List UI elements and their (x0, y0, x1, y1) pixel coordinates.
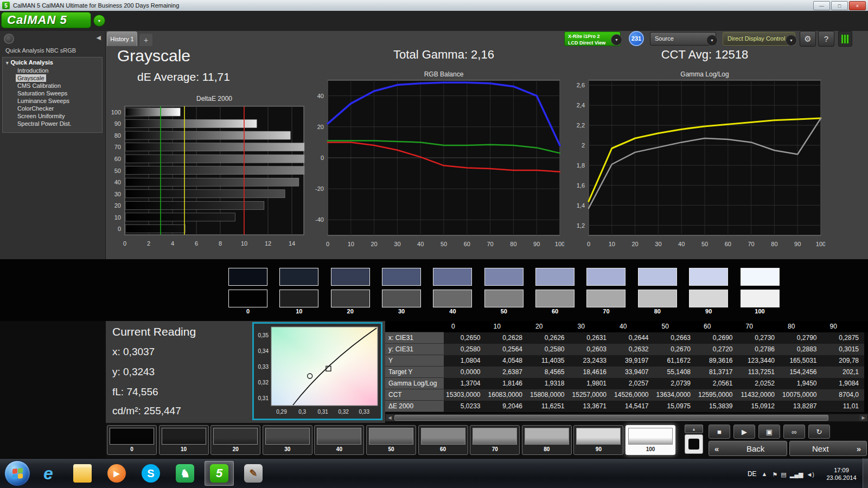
pattern-grid-icon (841, 35, 849, 43)
actual-swatch-90 (689, 268, 728, 286)
actual-swatch-30 (382, 268, 421, 286)
close-button[interactable]: × (849, 1, 866, 10)
scroll-left-button[interactable]: ◀ (386, 414, 394, 421)
play-button[interactable]: ▶ (733, 425, 755, 439)
table-cell: 0,2875 (822, 332, 865, 344)
table-cell: 0,0000 (444, 367, 486, 378)
table-cell: 0,2632 (612, 344, 654, 355)
clock-date: 23.06.2014 (822, 474, 860, 481)
refresh-button[interactable]: ↻ (808, 425, 830, 439)
table-cell: 15303,0000 (444, 389, 486, 401)
show-desktop-button[interactable] (863, 458, 868, 488)
svg-text:50: 50 (114, 168, 121, 174)
cie-chart-thumbnail[interactable]: 0,290,30,310,320,330,350,340,330,320,31 (252, 322, 382, 420)
sidebar-item-grayscale[interactable]: Grayscale (16, 74, 46, 82)
stop-button[interactable]: ■ (709, 425, 730, 439)
step-swatch-60 (421, 428, 465, 445)
tree-root-quick-analysis[interactable]: ▾Quick Analysis (3, 57, 102, 67)
settings-gear-button[interactable]: ⚙ (800, 31, 816, 47)
taskbar-media-player[interactable]: ▶ (102, 461, 131, 486)
add-tab-button[interactable]: + (139, 34, 152, 46)
display-control-dropdown[interactable]: Direct Display Control ▼ (723, 32, 795, 46)
pattern-step-0[interactable]: 0 (107, 425, 157, 455)
svg-text:40: 40 (317, 93, 324, 99)
tray-expand-button[interactable]: ▲ (762, 471, 768, 477)
taskbar-clock[interactable]: 17:09 23.06.2014 (822, 466, 860, 481)
svg-text:-40: -40 (315, 216, 324, 223)
pattern-step-80[interactable]: 80 (522, 425, 572, 455)
step-label: 70 (470, 446, 519, 452)
tab-history-1[interactable]: History 1 (107, 31, 137, 46)
chevron-down-icon[interactable]: ▼ (786, 35, 797, 46)
scroll-right-button[interactable]: ▶ (859, 414, 867, 421)
chevron-down-icon[interactable]: ▼ (706, 35, 718, 46)
current-reading-title: Current Reading (112, 325, 196, 338)
pattern-step-30[interactable]: 30 (263, 425, 312, 455)
action-center-icon[interactable]: ⚑ (772, 471, 777, 478)
pattern-step-20[interactable]: 20 (210, 425, 260, 455)
start-button[interactable] (4, 460, 30, 486)
table-cell: 0,2628 (486, 332, 528, 344)
window-titlebar[interactable]: 5 CalMAN 5 CalMAN Ultimate for Business … (0, 0, 868, 11)
source-dropdown[interactable]: Source ▼ (650, 32, 716, 46)
taskbar-file-explorer[interactable] (68, 461, 97, 486)
table-row-x-cie31: x: CIE310,26500,26280,26260,26310,26440,… (385, 332, 868, 344)
taskbar-calman[interactable]: 5 (205, 461, 234, 486)
pattern-window-button[interactable]: ▣ (758, 425, 780, 439)
table-cell: 14,5417 (612, 401, 654, 412)
row-label: x: CIE31 (385, 332, 444, 344)
sidebar-options-knob[interactable] (4, 34, 14, 44)
pattern-step-10[interactable]: 10 (159, 425, 209, 455)
help-button[interactable]: ? (818, 31, 834, 47)
table-cell: 4,0548 (486, 355, 528, 367)
maximize-button[interactable]: □ (831, 1, 848, 10)
table-cell: 81,3717 (696, 367, 738, 378)
continuous-read-button[interactable]: ∞ (783, 425, 805, 439)
taskbar-evernote[interactable]: ♞ (170, 461, 200, 486)
spinner-up-button[interactable]: ▲ (685, 425, 703, 433)
sidebar-item-saturation-sweeps[interactable]: Saturation Sweeps (16, 89, 69, 97)
language-indicator[interactable]: DE (748, 470, 757, 478)
pattern-step-60[interactable]: 60 (418, 425, 468, 455)
back-button[interactable]: « Back (709, 441, 787, 456)
swatch-column-label: 10 (279, 308, 318, 314)
logo-dropdown-button[interactable]: ▼ (93, 15, 105, 27)
table-cell: 0,2644 (612, 332, 654, 344)
de-bar-70 (125, 143, 304, 151)
network-icon[interactable]: ▂▄▆ (790, 471, 803, 478)
scrollbar-thumb[interactable] (394, 415, 828, 421)
pattern-step-50[interactable]: 50 (366, 425, 416, 455)
taskbar-internet-explorer[interactable]: e (34, 461, 63, 486)
meter-dropdown[interactable]: X-Rite i1Pro 2 LCD Direct View ▼ (564, 31, 621, 46)
sidebar-item-cms-calibration[interactable]: CMS Calibration (16, 82, 62, 89)
target-swatch-80 (638, 290, 677, 307)
table-cell: 1,8146 (486, 378, 528, 389)
step-swatch-70 (473, 428, 517, 445)
pattern-step-70[interactable]: 70 (470, 425, 520, 455)
sidebar-item-luminance-sweeps[interactable]: Luminance Sweeps (16, 97, 71, 105)
table-corner-cell (385, 321, 444, 332)
table-cell: 113,7251 (738, 367, 781, 378)
table-cell: 12595,0000 (696, 389, 738, 401)
sidebar-item-introduction[interactable]: Introduction (16, 67, 50, 74)
table-scrollbar[interactable]: ◀ ▶ (385, 414, 868, 422)
chevron-right-icon: » (851, 444, 866, 453)
swatch-column-label: 50 (484, 308, 524, 314)
input-indicator-icon[interactable]: ▤ (781, 471, 786, 478)
taskbar-skype[interactable]: S (136, 461, 165, 486)
pattern-step-40[interactable]: 40 (314, 425, 364, 455)
chevron-down-icon[interactable]: ▼ (611, 34, 622, 46)
pattern-source-button[interactable] (838, 31, 852, 47)
pattern-background-button[interactable] (685, 434, 703, 454)
sidebar-item-colorchecker[interactable]: ColorChecker (16, 105, 55, 112)
pattern-step-100[interactable]: 100 (626, 425, 675, 455)
taskbar-designer[interactable]: ✎ (239, 461, 268, 486)
rgb-balance-chart: 010203040506070809010040200-20-40 (309, 74, 564, 249)
sidebar-item-screen-uniformity[interactable]: Screen Uniformity (16, 112, 66, 120)
minimize-button[interactable]: — (813, 1, 830, 10)
sidebar-collapse-button[interactable]: ◀ (97, 34, 101, 41)
volume-icon[interactable]: ◄) (806, 471, 814, 478)
pattern-step-90[interactable]: 90 (573, 425, 623, 455)
next-button[interactable]: Next » (789, 441, 867, 456)
sidebar-item-spectral-power-dist-[interactable]: Spectral Power Dist. (16, 120, 73, 127)
